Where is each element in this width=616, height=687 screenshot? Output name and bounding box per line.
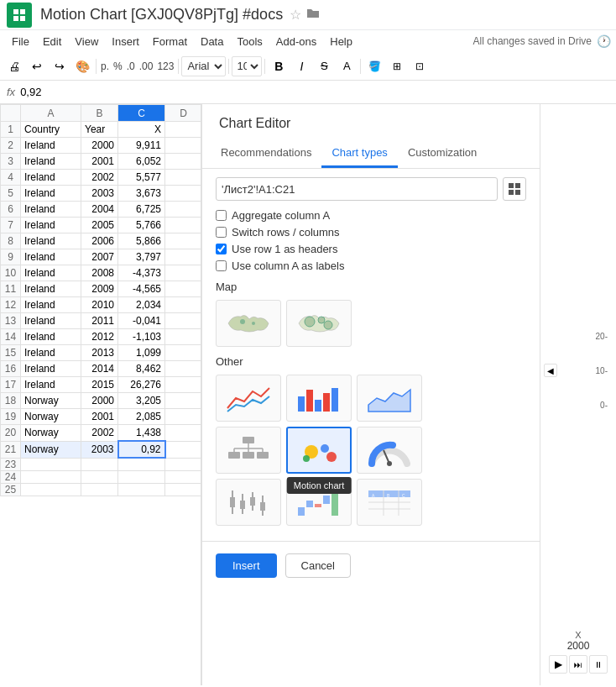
map-chart-thumb[interactable] [216,300,281,347]
y-label-20: 20- [596,332,608,341]
cancel-button[interactable]: Cancel [285,553,351,578]
strikethrough-btn[interactable]: S [313,55,335,77]
pause-btn[interactable]: ⏸ [589,655,608,674]
menu-addons[interactable]: Add-ons [269,34,323,50]
checkbox-headers-label: Use row 1 as headers [232,243,337,255]
checkbox-aggregate[interactable]: Aggregate column A [216,209,526,222]
font-select[interactable]: Arial [181,56,226,76]
paint-format-btn[interactable]: 🎨 [71,55,93,77]
menu-view[interactable]: View [68,34,105,50]
merge-btn[interactable]: ⊡ [409,55,431,77]
motion-chart-thumb[interactable]: Motion chart [286,427,352,474]
table-row: 16 Ireland 2014 8,462 [1,361,202,377]
checkbox-aggregate-input[interactable] [216,210,227,221]
table-row: 3 Ireland 2001 6,052 [1,154,202,170]
tab-recommendations[interactable]: Recommendations [211,139,321,168]
step-btn[interactable]: ⏭ [569,655,587,674]
data-range-input[interactable] [216,177,498,201]
menu-help[interactable]: Help [323,34,359,50]
checkbox-switch-input[interactable] [216,227,227,238]
print-btn[interactable]: 🖨 [3,55,25,77]
org-chart-thumb[interactable] [216,427,281,474]
table-row: 9 Ireland 2007 3,797 [1,249,202,265]
svg-point-11 [318,317,325,323]
bar-chart-thumb[interactable] [286,375,352,422]
insert-button[interactable]: Insert [216,553,277,578]
bold-btn[interactable]: B [268,55,290,77]
checkbox-aggregate-label: Aggregate column A [232,209,330,222]
checkbox-labels-label: Use column A as labels [232,260,344,272]
svg-rect-42 [298,507,305,516]
spreadsheet: A B C D 1 Country Year X 2 Ireland 2000 [0,104,201,685]
svg-rect-25 [228,452,240,459]
col-header-C[interactable]: C [118,105,165,122]
year-label: 2000 [567,640,590,652]
table-row: 17 Ireland 2015 26,276 [1,377,202,393]
y-label-0: 0- [600,401,608,410]
italic-btn[interactable]: I [290,55,312,77]
checkbox-switch[interactable]: Switch rows / columns [216,226,526,239]
save-status: All changes saved in Drive [473,35,592,47]
table-row: 7 Ireland 2005 5,766 [1,218,202,233]
menu-bar: File Edit View Insert Format Data Tools … [0,30,616,52]
svg-point-30 [326,452,337,462]
redo-btn[interactable]: ↪ [49,55,70,77]
svg-rect-17 [331,388,338,412]
gauge-chart-thumb[interactable] [357,427,422,474]
table-row-selected[interactable]: 21 Norway 2003 0,92 [1,441,202,458]
candlestick-chart-thumb[interactable] [216,479,281,526]
tab-chart-types[interactable]: Chart types [321,139,397,168]
toolbar-sep4 [264,59,265,74]
col-header-A[interactable]: A [21,105,81,122]
svg-rect-4 [509,183,514,188]
play-btn[interactable]: ▶ [549,655,567,674]
table-row: 24 [1,470,202,483]
tab-customization[interactable]: Customization [398,139,487,168]
svg-marker-18 [368,390,410,412]
star-icon[interactable]: ☆ [290,7,301,23]
table-row: 2 Ireland 2000 9,911 [1,138,202,154]
table-row: 20 Norway 2002 1,438 [1,425,202,442]
menu-insert[interactable]: Insert [105,34,146,50]
checkbox-headers[interactable]: Use row 1 as headers [216,243,526,255]
svg-rect-6 [509,190,514,195]
formula-bar: fx [0,81,616,104]
table-row: 12 Ireland 2010 2,034 [1,297,202,313]
y-label-10: 10- [596,366,608,375]
bubble-map-chart-thumb[interactable] [286,300,352,347]
table-row: 6 Ireland 2004 6,725 [1,202,202,218]
text-color-btn[interactable]: A [336,55,358,77]
folder-icon[interactable] [306,8,320,22]
svg-rect-5 [515,183,520,188]
number-label: 123 [155,60,175,72]
font-size-select[interactable]: 10 [232,56,262,76]
menu-data[interactable]: Data [194,34,230,50]
line-chart-thumb[interactable] [216,375,281,422]
menu-tools[interactable]: Tools [230,34,269,50]
table-chart-thumb[interactable]: A B C [357,479,422,526]
svg-rect-7 [515,190,520,195]
area-chart-thumb[interactable] [357,375,422,422]
toolbar-sep3 [228,59,229,74]
col-header-D[interactable]: D [165,105,202,122]
data-range-row [216,177,526,201]
menu-format[interactable]: Format [146,34,194,50]
checkbox-labels[interactable]: Use column A as labels [216,260,526,272]
col-header-B[interactable]: B [81,105,118,122]
history-icon[interactable]: 🕐 [597,34,611,48]
menu-file[interactable]: File [5,34,36,50]
fill-color-btn[interactable]: 🪣 [363,55,385,77]
table-row: 25 [1,483,202,496]
collapse-btn[interactable]: ◀ [544,364,557,377]
cell-value-input[interactable] [20,83,609,102]
chart-preview-panel: 20- 10- 0- ◀ X 2000 ▶ ⏭ ⏸ [540,104,616,685]
borders-btn[interactable]: ⊞ [386,55,408,77]
menu-edit[interactable]: Edit [36,34,68,50]
checkbox-headers-input[interactable] [216,244,227,254]
grid-select-btn[interactable] [503,177,526,201]
svg-text:C: C [402,493,405,498]
checkbox-labels-input[interactable] [216,260,227,271]
table-row: 15 Ireland 2013 1,099 [1,345,202,361]
decimal1-label: .0 [125,60,137,72]
undo-btn[interactable]: ↩ [26,55,48,77]
